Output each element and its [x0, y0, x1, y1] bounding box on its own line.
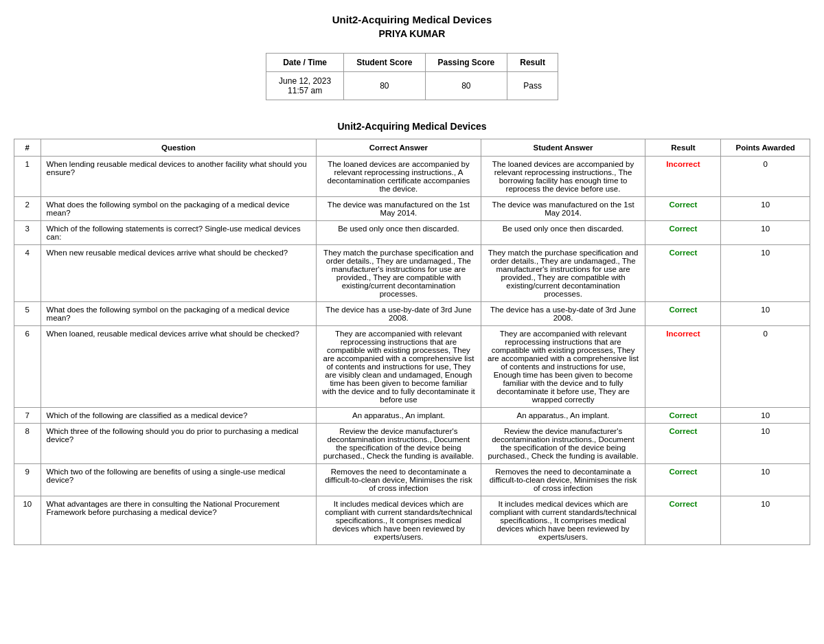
- row-question: Which of the following statements is cor…: [41, 221, 317, 245]
- col-header-points: Points Awarded: [721, 139, 810, 157]
- row-question: What advantages are there in consulting …: [41, 496, 317, 545]
- row-num: 6: [14, 326, 41, 408]
- summary-result: Pass: [507, 72, 558, 100]
- row-num: 2: [14, 197, 41, 221]
- row-points: 10: [721, 245, 810, 302]
- summary-header-student-score: Student Score: [344, 54, 425, 72]
- row-num: 7: [14, 408, 41, 424]
- row-correct-answer: The device was manufactured on the 1st M…: [317, 197, 481, 221]
- row-correct-answer: Be used only once then discarded.: [317, 221, 481, 245]
- row-question: When new reusable medical devices arrive…: [41, 245, 317, 302]
- row-student-answer: Removes the need to decontaminate a diff…: [481, 464, 645, 496]
- row-result: Correct: [645, 424, 721, 464]
- main-table: # Question Correct Answer Student Answer…: [14, 139, 810, 545]
- row-num: 1: [14, 157, 41, 197]
- row-student-answer: The device was manufactured on the 1st M…: [481, 197, 645, 221]
- row-points: 10: [721, 464, 810, 496]
- row-points: 0: [721, 326, 810, 408]
- row-correct-answer: Review the device manufacturer's deconta…: [317, 424, 481, 464]
- row-result: Incorrect: [645, 157, 721, 197]
- row-result: Correct: [645, 245, 721, 302]
- row-points: 10: [721, 221, 810, 245]
- section-title: Unit2-Acquiring Medical Devices: [14, 121, 810, 132]
- col-header-result: Result: [645, 139, 721, 157]
- table-row: 5What does the following symbol on the p…: [14, 302, 810, 326]
- row-points: 10: [721, 424, 810, 464]
- row-num: 3: [14, 221, 41, 245]
- row-question: When lending reusable medical devices to…: [41, 157, 317, 197]
- table-row: 1When lending reusable medical devices t…: [14, 157, 810, 197]
- row-student-answer: Be used only once then discarded.: [481, 221, 645, 245]
- row-num: 9: [14, 464, 41, 496]
- row-question: Which of the following are classified as…: [41, 408, 317, 424]
- table-row: 7Which of the following are classified a…: [14, 408, 810, 424]
- table-row: 4When new reusable medical devices arriv…: [14, 245, 810, 302]
- col-header-student: Student Answer: [481, 139, 645, 157]
- table-row: 2What does the following symbol on the p…: [14, 197, 810, 221]
- row-question: What does the following symbol on the pa…: [41, 302, 317, 326]
- page-title: Unit2-Acquiring Medical Devices: [14, 14, 810, 25]
- row-correct-answer: It includes medical devices which are co…: [317, 496, 481, 545]
- row-correct-answer: An apparatus., An implant.: [317, 408, 481, 424]
- row-num: 8: [14, 424, 41, 464]
- row-num: 5: [14, 302, 41, 326]
- row-result: Correct: [645, 302, 721, 326]
- row-result: Incorrect: [645, 326, 721, 408]
- row-student-answer: It includes medical devices which are co…: [481, 496, 645, 545]
- row-correct-answer: Removes the need to decontaminate a diff…: [317, 464, 481, 496]
- summary-student-score: 80: [344, 72, 425, 100]
- row-result: Correct: [645, 496, 721, 545]
- row-student-answer: They are accompanied with relevant repro…: [481, 326, 645, 408]
- row-num: 10: [14, 496, 41, 545]
- summary-header-result: Result: [507, 54, 558, 72]
- row-student-answer: They match the purchase specification an…: [481, 245, 645, 302]
- table-row: 9Which two of the following are benefits…: [14, 464, 810, 496]
- summary-date: June 12, 2023 11:57 am: [266, 72, 344, 100]
- summary-header-passing-score: Passing Score: [425, 54, 507, 72]
- row-question: When loaned, reusable medical devices ar…: [41, 326, 317, 408]
- row-correct-answer: They are accompanied with relevant repro…: [317, 326, 481, 408]
- row-result: Correct: [645, 408, 721, 424]
- row-question: Which two of the following are benefits …: [41, 464, 317, 496]
- col-header-question: Question: [41, 139, 317, 157]
- row-student-answer: The device has a use-by-date of 3rd June…: [481, 302, 645, 326]
- row-result: Correct: [645, 197, 721, 221]
- student-name: PRIYA KUMAR: [14, 28, 810, 39]
- table-row: 6When loaned, reusable medical devices a…: [14, 326, 810, 408]
- row-result: Correct: [645, 464, 721, 496]
- row-correct-answer: The loaned devices are accompanied by re…: [317, 157, 481, 197]
- row-points: 10: [721, 197, 810, 221]
- row-points: 10: [721, 408, 810, 424]
- row-points: 10: [721, 496, 810, 545]
- row-question: Which three of the following should you …: [41, 424, 317, 464]
- summary-table: Date / Time Student Score Passing Score …: [266, 53, 558, 100]
- row-student-answer: An apparatus., An implant.: [481, 408, 645, 424]
- summary-passing-score: 80: [425, 72, 507, 100]
- row-result: Correct: [645, 221, 721, 245]
- col-header-correct: Correct Answer: [317, 139, 481, 157]
- row-num: 4: [14, 245, 41, 302]
- row-correct-answer: They match the purchase specification an…: [317, 245, 481, 302]
- col-header-num: #: [14, 139, 41, 157]
- row-points: 0: [721, 157, 810, 197]
- table-row: 8Which three of the following should you…: [14, 424, 810, 464]
- row-question: What does the following symbol on the pa…: [41, 197, 317, 221]
- row-correct-answer: The device has a use-by-date of 3rd June…: [317, 302, 481, 326]
- row-student-answer: The loaned devices are accompanied by re…: [481, 157, 645, 197]
- row-points: 10: [721, 302, 810, 326]
- table-row: 10What advantages are there in consultin…: [14, 496, 810, 545]
- row-student-answer: Review the device manufacturer's deconta…: [481, 424, 645, 464]
- table-row: 3Which of the following statements is co…: [14, 221, 810, 245]
- summary-header-date: Date / Time: [266, 54, 344, 72]
